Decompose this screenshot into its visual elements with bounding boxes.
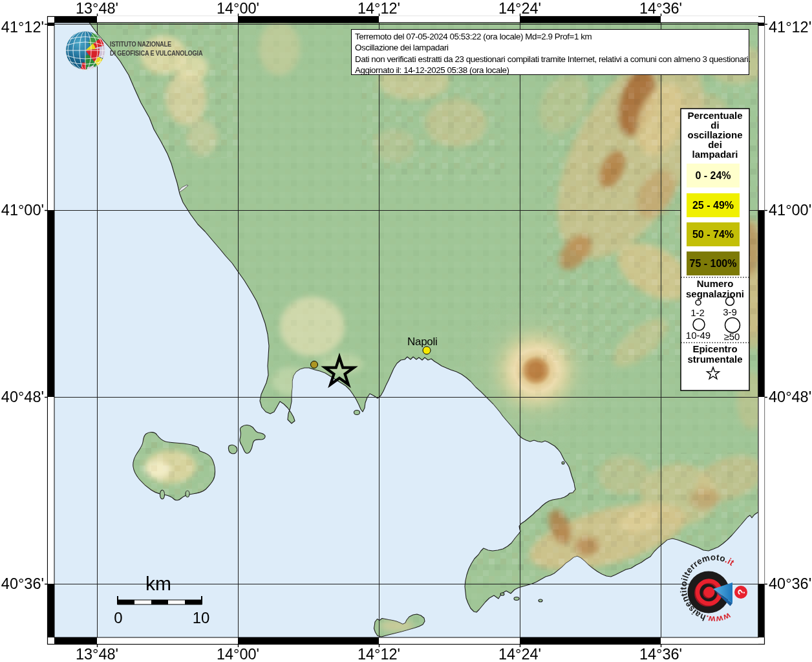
- svg-text:3-9: 3-9: [723, 306, 737, 317]
- svg-text:40°48': 40°48': [769, 389, 811, 405]
- svg-text:Oscillazione dei lampadari: Oscillazione dei lampadari: [355, 43, 449, 52]
- svg-text:Epicentro: Epicentro: [692, 343, 737, 354]
- svg-text:41°00': 41°00': [769, 202, 811, 219]
- svg-text:41°12': 41°12': [1, 19, 44, 36]
- svg-text:?: ?: [736, 589, 747, 596]
- svg-text:Dati non verificati estratti d: Dati non verificati estratti da 23 quest…: [355, 54, 751, 64]
- svg-text:13°48': 13°48': [76, 0, 118, 17]
- svg-text:1-2: 1-2: [690, 307, 705, 318]
- svg-text:lampadari: lampadari: [692, 149, 738, 160]
- svg-text:14°24': 14°24': [498, 0, 541, 17]
- svg-text:40°36': 40°36': [1, 575, 44, 592]
- svg-text:75 - 100%: 75 - 100%: [690, 258, 737, 269]
- svg-text:≥50: ≥50: [724, 331, 740, 342]
- svg-text:DI GEOFISICA E VULCANOLOGIA: DI GEOFISICA E VULCANOLOGIA: [110, 49, 203, 57]
- svg-text:14°12': 14°12': [358, 646, 400, 662]
- svg-text:Aggiornato il: 14-12-2025 05:3: Aggiornato il: 14-12-2025 05:38 (ora loc…: [355, 65, 509, 75]
- svg-text:14°00': 14°00': [217, 646, 259, 662]
- svg-text:0: 0: [114, 609, 122, 626]
- svg-text:Napoli: Napoli: [407, 336, 437, 348]
- svg-text:segnalazioni: segnalazioni: [686, 288, 744, 299]
- svg-text:41°00': 41°00': [1, 202, 44, 219]
- svg-text:0 - 24%: 0 - 24%: [695, 170, 731, 181]
- svg-text:14°12': 14°12': [358, 0, 400, 17]
- svg-text:25 - 49%: 25 - 49%: [692, 200, 734, 211]
- svg-text:km: km: [145, 573, 171, 594]
- svg-text:14°24': 14°24': [498, 646, 541, 662]
- svg-text:14°00': 14°00': [217, 0, 259, 17]
- svg-text:41°12': 41°12': [769, 19, 811, 36]
- svg-text:50 - 74%: 50 - 74%: [692, 229, 734, 240]
- svg-text:14°36': 14°36': [639, 646, 682, 662]
- svg-text:Terremoto del 07-05-2024 05:53: Terremoto del 07-05-2024 05:53:22 (ora l…: [355, 32, 592, 41]
- svg-text:40°48': 40°48': [1, 389, 44, 405]
- svg-text:14°36': 14°36': [639, 0, 682, 17]
- svg-text:strumentale: strumentale: [687, 354, 742, 365]
- svg-text:40°36': 40°36': [769, 575, 811, 592]
- svg-text:10-49: 10-49: [686, 330, 710, 341]
- svg-text:ISTITUTO NAZIONALE: ISTITUTO NAZIONALE: [110, 40, 171, 48]
- svg-text:13°48': 13°48': [76, 646, 118, 662]
- svg-text:10: 10: [193, 609, 210, 626]
- svg-text:Numero: Numero: [697, 278, 734, 289]
